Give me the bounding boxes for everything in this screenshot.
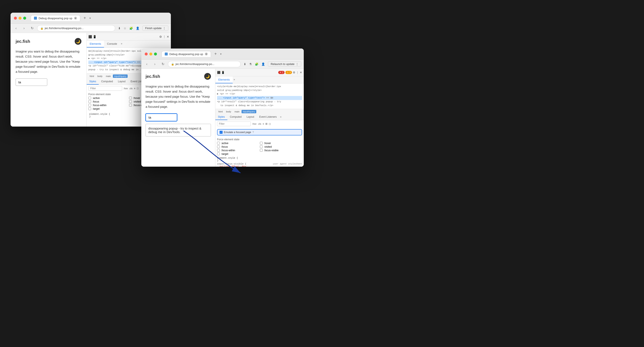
breadcrumb-input-2[interactable]: input#query bbox=[242, 110, 256, 113]
breadcrumb-main-2[interactable]: main bbox=[233, 110, 241, 113]
tab-2[interactable]: Debug disappearing pop up × bbox=[162, 51, 211, 57]
close-button-2[interactable] bbox=[145, 52, 148, 56]
devtools-settings-icon-2[interactable]: ⚙ bbox=[293, 71, 295, 74]
state-active-1: :active bbox=[88, 96, 128, 100]
dt2-line-5: <p id="result" class>dissappearing popup… bbox=[217, 100, 302, 104]
computed-tab-1[interactable]: Computed bbox=[99, 79, 116, 84]
breadcrumb-main-1[interactable]: main bbox=[105, 74, 112, 78]
styles-tab-2[interactable]: Styles bbox=[215, 114, 228, 120]
site-logo-1: jec.fish bbox=[16, 39, 30, 44]
back-button-1[interactable]: ‹ bbox=[13, 25, 19, 31]
tab-console-1[interactable]: Console bbox=[104, 40, 120, 48]
relaunch-update-button[interactable]: Relaunch to update ⋮ bbox=[268, 62, 301, 67]
url-text-1: jec.fish/demo/disappearing-po... bbox=[45, 26, 84, 30]
breadcrumb-html-2[interactable]: html bbox=[217, 110, 224, 113]
star-icon-2[interactable]: ⚗ bbox=[248, 62, 253, 66]
styles-tab-1[interactable]: Styles bbox=[87, 79, 99, 84]
cls-label-1[interactable]: .cls bbox=[129, 87, 133, 90]
dt2-line-4-selected[interactable]: ... <input id="query" type="text"> == $0 bbox=[217, 96, 302, 100]
menu-icon-1: ⋮ bbox=[163, 26, 166, 30]
tab-1[interactable]: Debug disappearing pop up × bbox=[31, 15, 80, 21]
star-icon[interactable]: ☆ bbox=[123, 26, 127, 30]
download-icon-2[interactable]: ⬇ bbox=[243, 62, 247, 66]
forward-button-1[interactable]: › bbox=[21, 25, 27, 31]
devtools-close-icon[interactable]: ✕ bbox=[167, 35, 169, 38]
maximize-button-2[interactable] bbox=[154, 52, 157, 56]
breadcrumb-html-1[interactable]: html bbox=[88, 74, 95, 78]
page-content-2: jec.fish 🌙 Imagine you want to debug the… bbox=[141, 69, 304, 167]
breadcrumb-body-1[interactable]: body bbox=[96, 74, 104, 78]
devtools-inspect-icon-2[interactable]: ⬛ bbox=[217, 71, 220, 74]
tab-close-1[interactable]: × bbox=[74, 17, 77, 20]
profile-icon[interactable]: 👤 bbox=[135, 26, 140, 30]
styles-filter-input-1[interactable] bbox=[88, 86, 122, 91]
devtools-device-icon-2[interactable]: 📱 bbox=[221, 71, 225, 74]
more-devtools-tabs-2[interactable]: » bbox=[233, 76, 236, 83]
breadcrumb-input-1[interactable]: input#query bbox=[113, 74, 128, 78]
minimize-button[interactable] bbox=[18, 17, 22, 20]
reload-button-2[interactable]: ↻ bbox=[160, 61, 166, 67]
devtools-panel-2: ⬛ 📱 ✕ 2 ⚠ 3 ⚙ ⋮ ✕ Elements » <style>hide… bbox=[215, 69, 304, 167]
tab-elements-1[interactable]: Elements bbox=[87, 40, 104, 48]
hov-label-2[interactable]: :hov bbox=[252, 122, 256, 125]
extensions-icon-2[interactable]: 🧩 bbox=[254, 62, 259, 66]
tab-title-1: Debug disappearing pop up bbox=[38, 17, 72, 20]
layout-tab-1[interactable]: Layout bbox=[116, 79, 128, 84]
event-listeners-tab-2[interactable]: Event Listeners bbox=[257, 114, 279, 120]
emulate-help-icon[interactable]: ? bbox=[252, 131, 254, 134]
more-style-icon[interactable]: ◻ bbox=[137, 87, 138, 90]
more-styles-tabs-2[interactable]: » bbox=[279, 114, 282, 120]
minimize-button-2[interactable] bbox=[149, 52, 152, 56]
devtools-settings-icon[interactable]: ⚙ bbox=[159, 35, 162, 38]
maximize-button[interactable] bbox=[23, 17, 26, 20]
tab-dropdown-icon[interactable]: ▾ bbox=[90, 17, 91, 20]
state-focus-within-1: :focus-within bbox=[88, 104, 128, 107]
reload-button-1[interactable]: ↻ bbox=[29, 25, 35, 31]
state-focus-1: :focus bbox=[88, 100, 128, 103]
cls-label-2[interactable]: .cls bbox=[258, 122, 261, 125]
more-tabs-icon-1[interactable]: » bbox=[120, 40, 123, 48]
layout-tab-2[interactable]: Layout bbox=[244, 114, 257, 120]
hov-label-1[interactable]: :hov bbox=[124, 87, 128, 90]
state-focus-2: :focus bbox=[217, 145, 259, 148]
devtools-more-icon[interactable]: ⋮ bbox=[163, 35, 166, 38]
address-bar-1[interactable]: 🔒 jec.fish/demo/disappearing-po... bbox=[37, 25, 115, 32]
result-box: dissappearing popup - try to inspect & d… bbox=[146, 124, 211, 136]
back-button-2[interactable]: ‹ bbox=[144, 61, 150, 67]
profile-icon-2[interactable]: 👤 bbox=[260, 62, 266, 66]
styles-filter-input-2[interactable] bbox=[217, 122, 251, 126]
devtools-device-icon[interactable]: 📱 bbox=[93, 35, 96, 38]
address-bar-2[interactable]: 🔒 jec.fish/demo/disappearing-po... bbox=[168, 61, 241, 67]
color-icon-2[interactable]: ◻ bbox=[269, 122, 271, 125]
devtools-close-icon-2[interactable]: ✕ bbox=[300, 71, 302, 74]
dark-toggle-2[interactable]: 🌙 bbox=[204, 73, 211, 80]
new-tab-button-1[interactable]: + bbox=[82, 15, 88, 21]
titlebar-1: Debug disappearing pop up × + ▾ bbox=[10, 13, 171, 24]
new-tab-button-2[interactable]: + bbox=[213, 51, 218, 57]
tab-close-2[interactable]: × bbox=[205, 52, 208, 56]
add-style-icon-1[interactable]: + bbox=[134, 87, 136, 90]
computed-tab-2[interactable]: Computed bbox=[228, 114, 244, 120]
dt2-line-2: solid gray;padding:10px}</style> bbox=[217, 88, 302, 92]
devtools-inspect-icon[interactable]: ⬛ bbox=[88, 35, 92, 38]
forward-button-2[interactable]: › bbox=[152, 61, 158, 67]
emulate-checkbox[interactable]: ✓ bbox=[220, 131, 222, 134]
dt2-line-6: to inspect & debug me in DevTools.</p> bbox=[217, 104, 302, 108]
extensions-icon[interactable]: 🧩 bbox=[128, 26, 134, 30]
devtools-more-icon-2[interactable]: ⋮ bbox=[296, 71, 299, 74]
finish-update-button[interactable]: Finish update ⋮ bbox=[142, 26, 168, 31]
css-selector-2: input:focus-visible { bbox=[217, 163, 246, 165]
dark-toggle-1[interactable]: 🌙 bbox=[75, 38, 82, 45]
tab-dropdown-icon-2[interactable]: ▾ bbox=[220, 52, 222, 56]
search-input-1[interactable] bbox=[16, 78, 47, 86]
close-button[interactable] bbox=[14, 17, 17, 20]
tab-elements-2[interactable]: Elements bbox=[215, 76, 233, 83]
traffic-lights-2 bbox=[145, 52, 157, 56]
download-icon[interactable]: ⬇ bbox=[117, 26, 122, 30]
relaunch-update-label: Relaunch to update bbox=[271, 62, 294, 66]
layout-icon-2[interactable]: ⊞ bbox=[265, 122, 268, 125]
add-style-icon-2[interactable]: + bbox=[262, 122, 264, 126]
breadcrumb-body-2[interactable]: body bbox=[225, 110, 232, 113]
emulate-focused-row[interactable]: ✓ Emulate a focused page ? bbox=[217, 129, 302, 136]
search-input-2[interactable] bbox=[146, 114, 177, 121]
